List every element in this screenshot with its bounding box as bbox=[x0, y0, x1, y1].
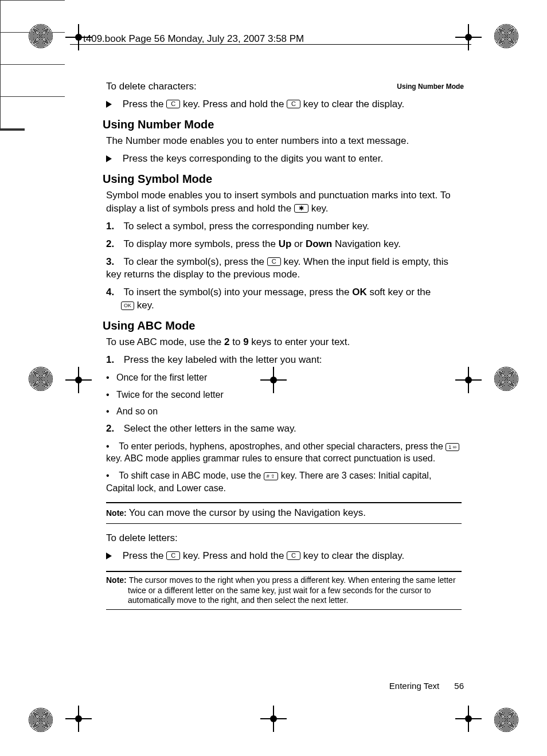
text: To enter periods, hyphens, apostrophes, … bbox=[119, 441, 446, 451]
text: Down bbox=[306, 238, 332, 249]
text: To delete characters: bbox=[106, 80, 462, 93]
text: To select a symbol, press the correspond… bbox=[123, 221, 369, 232]
text: 9 bbox=[243, 336, 248, 347]
list-item: 1. To select a symbol, press the corresp… bbox=[106, 220, 462, 233]
registration-mark bbox=[265, 710, 282, 727]
rule bbox=[106, 571, 462, 572]
text: Press the keys corresponding to the digi… bbox=[123, 153, 384, 164]
text: key. Press and hold the bbox=[183, 99, 287, 109]
page-content: To delete characters: Press the C key. P… bbox=[106, 79, 462, 618]
page-footer: Entering Text 56 bbox=[389, 681, 464, 691]
text: to bbox=[232, 336, 243, 347]
registration-mark bbox=[70, 710, 87, 727]
text: key. bbox=[311, 203, 329, 214]
bullet-item: Press the C key. Press and hold the C ke… bbox=[106, 550, 462, 563]
text: Press the bbox=[123, 99, 167, 109]
section-heading: Using Number Mode bbox=[103, 117, 462, 132]
crop-mark bbox=[0, 33, 1, 64]
text: soft key or the bbox=[369, 287, 431, 297]
step-number: 1. bbox=[106, 354, 121, 367]
text: Navigation key. bbox=[335, 238, 401, 249]
text: To use ABC mode, use the 2 to 9 keys to … bbox=[106, 336, 462, 349]
list-item: 3. To clear the symbol(s), press the C k… bbox=[106, 256, 462, 282]
crop-mark bbox=[0, 64, 65, 65]
crop-mark bbox=[0, 1, 1, 32]
registration-mark bbox=[29, 367, 53, 391]
ok-key-icon: OK bbox=[121, 301, 134, 310]
c-key-icon: C bbox=[267, 257, 281, 266]
note: Note: The cursor moves to the right when… bbox=[128, 575, 462, 606]
step-number: 4. bbox=[106, 286, 121, 299]
text: 2 bbox=[224, 336, 229, 347]
hash-key-icon: # ⇧ bbox=[264, 472, 279, 480]
page-number: 56 bbox=[454, 681, 464, 691]
list-item: 4. To insert the symbol(s) into your mes… bbox=[106, 286, 462, 312]
c-key-icon: C bbox=[166, 100, 180, 108]
sub-bullet: •And so on bbox=[106, 405, 462, 418]
header-rule bbox=[70, 44, 471, 45]
step-number: 1. bbox=[106, 220, 121, 233]
text: or bbox=[294, 238, 306, 249]
list-item: 2. To display more symbols, press the Up… bbox=[106, 238, 462, 251]
text: Symbol mode enables you to insert symbol… bbox=[106, 189, 462, 216]
registration-mark bbox=[29, 24, 53, 48]
registration-mark bbox=[494, 708, 518, 732]
text: key to clear the display. bbox=[303, 550, 404, 561]
crop-mark bbox=[0, 0, 65, 1]
crop-mark bbox=[0, 96, 65, 97]
note-label: Note: bbox=[106, 575, 129, 585]
registration-mark bbox=[29, 708, 53, 732]
c-key-icon: C bbox=[287, 551, 300, 560]
star-key-icon: ✱ bbox=[294, 204, 308, 213]
step-number: 2. bbox=[106, 238, 121, 251]
text: The Number mode enables you to enter num… bbox=[106, 135, 462, 148]
text: And so on bbox=[116, 406, 158, 416]
text: Up bbox=[279, 238, 292, 249]
bullet-arrow-icon bbox=[106, 101, 112, 108]
registration-mark bbox=[460, 371, 477, 389]
registration-mark bbox=[460, 710, 477, 727]
bullet-arrow-icon bbox=[106, 155, 112, 162]
text: To insert the symbol(s) into your messag… bbox=[123, 287, 352, 297]
section-heading: Using Symbol Mode bbox=[103, 171, 462, 187]
text: To clear the symbol(s), press the bbox=[123, 256, 267, 267]
section-heading: Using ABC Mode bbox=[103, 318, 462, 334]
text: You can move the cursor by using the Nav… bbox=[129, 507, 366, 518]
bullet-arrow-icon bbox=[106, 553, 112, 559]
crop-mark bbox=[0, 97, 1, 128]
bullet-item: Press the keys corresponding to the digi… bbox=[106, 152, 462, 166]
registration-mark bbox=[494, 367, 518, 391]
footer-section: Entering Text bbox=[389, 681, 439, 691]
text: Symbol mode enables you to insert symbol… bbox=[106, 190, 451, 214]
crop-mark bbox=[0, 65, 1, 96]
text: key. bbox=[137, 300, 154, 311]
note: Note: You can move the cursor by using t… bbox=[106, 507, 462, 520]
sub-bullet: • To shift case in ABC mode, use the # ⇧… bbox=[106, 469, 462, 494]
text: key. ABC mode applies grammar rules to e… bbox=[106, 453, 435, 463]
bullet-item: Press the C key. Press and hold the C ke… bbox=[106, 98, 462, 111]
text: key to clear the display. bbox=[303, 99, 404, 109]
one-key-icon: 1 ∞ bbox=[446, 443, 459, 451]
text: To delete letters: bbox=[106, 532, 462, 545]
sub-bullet: • To enter periods, hyphens, apostrophes… bbox=[106, 440, 462, 465]
list-item: 1. Press the key labeled with the letter… bbox=[106, 354, 462, 367]
text: To shift case in ABC mode, use the bbox=[119, 471, 264, 480]
framemaker-header: t409.book Page 56 Monday, July 23, 2007 … bbox=[83, 33, 304, 45]
text: keys to enter your text. bbox=[251, 336, 350, 347]
text: OK bbox=[352, 287, 367, 297]
note-label: Note: bbox=[106, 508, 129, 518]
text: Once for the first letter bbox=[116, 373, 207, 382]
sub-bullet: •Twice for the second letter bbox=[106, 389, 462, 401]
rule bbox=[106, 523, 462, 524]
rule bbox=[106, 502, 462, 503]
text: key. Press and hold the bbox=[183, 550, 287, 561]
text: The cursor moves to the right when you p… bbox=[128, 575, 456, 605]
text: Twice for the second letter bbox=[116, 390, 224, 399]
sub-bullet: •Once for the first letter bbox=[106, 371, 462, 384]
text: Select the other letters in the same way… bbox=[124, 423, 296, 434]
step-number: 3. bbox=[106, 256, 121, 269]
rule bbox=[106, 609, 462, 610]
list-item: 2. Select the other letters in the same … bbox=[106, 422, 462, 436]
step-number: 2. bbox=[106, 422, 121, 436]
text: Press the key labeled with the letter yo… bbox=[124, 354, 322, 365]
